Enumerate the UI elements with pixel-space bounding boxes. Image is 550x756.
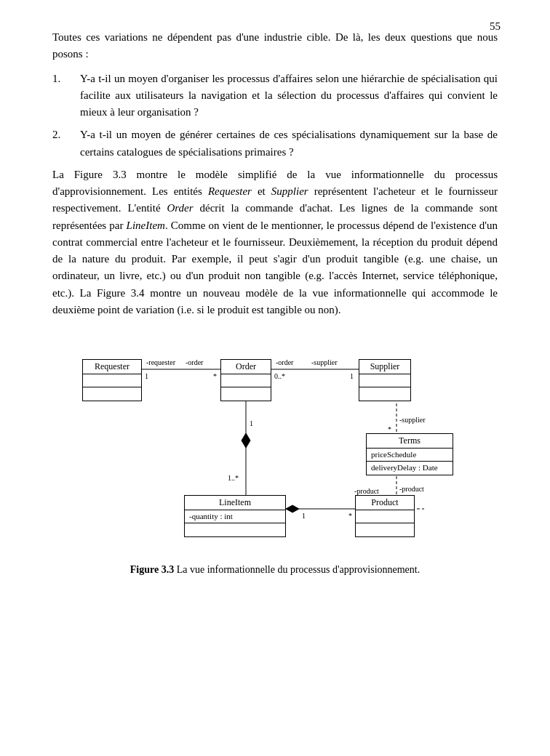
paragraph2: La Figure 3.3 montre le modèle simplifié…	[52, 166, 498, 318]
svg-text:*: *	[388, 425, 391, 433]
svg-text:-requester: -requester	[146, 358, 176, 366]
uml-order: Order	[220, 359, 271, 401]
page-number: 55	[490, 20, 501, 33]
svg-text:-order: -order	[276, 358, 294, 366]
list-num-1: 1.	[52, 71, 80, 87]
figure-caption: Figure 3.3 La vue informationnelle du pr…	[52, 564, 498, 576]
uml-supplier: Supplier	[359, 359, 411, 401]
svg-text:1: 1	[145, 372, 148, 380]
list-num-2: 2.	[52, 126, 80, 143]
list-item: 2. Y-a t-il un moyen de générer certaine…	[52, 126, 498, 161]
svg-text:-supplier: -supplier	[399, 416, 426, 424]
svg-text:1: 1	[302, 512, 306, 520]
list-text-2: Y-a t-il un moyen de générer certaines d…	[80, 126, 498, 161]
svg-marker-19	[286, 505, 299, 512]
svg-text:*: *	[213, 372, 217, 380]
uml-requester: Requester	[82, 359, 142, 401]
list-item: 1. Y-a t-il un moyen d'organiser les pro…	[52, 71, 498, 121]
paragraph1: Toutes ces variations ne dépendent pas d…	[52, 29, 498, 63]
uml-lineitem: LineItem -quantity : int	[184, 495, 286, 537]
svg-marker-11	[242, 433, 250, 448]
diagram-container: -requester -order 1 * -order -supplier 0…	[68, 339, 482, 557]
svg-text:-supplier: -supplier	[311, 358, 338, 366]
svg-text:-order: -order	[186, 358, 204, 366]
svg-text:1: 1	[350, 372, 354, 380]
list-text-1: Y-a t-il un moyen d'organiser les proces…	[80, 71, 498, 121]
numbered-list: 1. Y-a t-il un moyen d'organiser les pro…	[52, 71, 498, 161]
uml-terms: Terms priceSchedule deliveryDelay : Date	[366, 433, 453, 475]
svg-text:*: *	[348, 512, 352, 520]
uml-product: Product	[355, 495, 415, 537]
svg-text:1..*: 1..*	[228, 474, 239, 482]
svg-text:-product: -product	[399, 485, 424, 493]
svg-text:0..*: 0..*	[274, 372, 285, 380]
svg-text:-product: -product	[354, 487, 379, 495]
svg-text:1: 1	[250, 419, 253, 427]
